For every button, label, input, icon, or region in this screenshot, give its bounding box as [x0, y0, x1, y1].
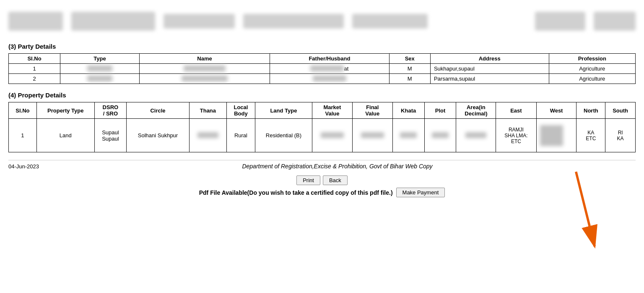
- prop-row1-area: [456, 119, 496, 152]
- blur-block-6: [535, 12, 585, 31]
- ph-west: West: [536, 102, 576, 119]
- property-section-title: (4) Property Details: [8, 92, 636, 99]
- prop-row1-type: Land: [36, 119, 94, 152]
- prop-row1-south: RIKA: [605, 119, 636, 152]
- prop-row1-circle: Solhani Sukhpur: [127, 119, 190, 152]
- ph-land-type: Land Type: [255, 102, 312, 119]
- top-blur-section: [8, 4, 636, 38]
- prop-row1-west: [536, 119, 576, 152]
- row2-slno: 2: [9, 74, 60, 84]
- party-details-section: (3) Party Details Sl.No Type Name Father…: [8, 43, 636, 84]
- property-details-section: (4) Property Details Sl.No Property Type…: [8, 92, 636, 152]
- print-button[interactable]: Print: [296, 175, 320, 185]
- back-button[interactable]: Back: [323, 175, 348, 185]
- table-row: 2 M Parsarma,supaul Agriculture: [9, 74, 636, 84]
- header-sex: Sex: [389, 54, 430, 64]
- ph-market-value: MarketValue: [312, 102, 353, 119]
- row1-slno: 1: [9, 64, 60, 74]
- row1-name-blur: [184, 65, 226, 71]
- prop-row1-north: KAETC: [576, 119, 605, 152]
- party-table-header-row: Sl.No Type Name Father/Husband Sex Addre…: [9, 54, 636, 64]
- buttons-row: Print Back: [8, 175, 636, 185]
- row1-sex: M: [389, 64, 430, 74]
- ph-property-type: Property Type: [36, 102, 94, 119]
- header-father: Father/Husband: [270, 54, 389, 64]
- header-address: Address: [430, 54, 549, 64]
- blur-block-5: [352, 14, 428, 29]
- row1-name: [139, 64, 270, 74]
- prop-row1-khata: [392, 119, 424, 152]
- prop-row1-dsro: Supaul Supaul: [94, 119, 127, 152]
- footer-date: 04-Jun-2023: [8, 163, 39, 170]
- table-row: 1 Land Supaul Supaul Solhani Sukhpur Rur…: [9, 119, 636, 152]
- west-blur: [540, 125, 563, 146]
- prop-row1-final-value: [352, 119, 392, 152]
- row1-profession: Agriculture: [549, 64, 635, 74]
- pdf-message: Pdf File Available(Do you wish to take a…: [199, 189, 393, 196]
- ph-khata: Khata: [392, 102, 424, 119]
- party-section-title: (3) Party Details: [8, 43, 636, 50]
- final-value-blur: [361, 132, 384, 138]
- prop-row1-thana: [189, 119, 226, 152]
- row2-father-blur: [313, 76, 346, 81]
- header-type: Type: [60, 54, 140, 64]
- khata-blur: [400, 132, 417, 138]
- row2-address: Parsarma,supaul: [430, 74, 549, 84]
- market-value-blur: [321, 132, 344, 138]
- blur-block-1: [8, 12, 63, 31]
- ph-area: Area(inDecimal): [456, 102, 496, 119]
- header-slno: Sl.No: [9, 54, 60, 64]
- row2-father: [270, 74, 389, 84]
- header-profession: Profession: [549, 54, 635, 64]
- ph-plot: Plot: [424, 102, 456, 119]
- ph-north: North: [576, 102, 605, 119]
- row2-name-blur: [182, 76, 228, 81]
- row1-father-suffix: at: [344, 65, 348, 72]
- prop-row1-slno: 1: [9, 119, 37, 152]
- prop-row1-local-body: Rural: [227, 119, 255, 152]
- prop-row1-plot: [424, 119, 456, 152]
- row1-father: at: [270, 64, 389, 74]
- table-row: 1 at M Sukhapur,supaul Agriculture: [9, 64, 636, 74]
- party-table: Sl.No Type Name Father/Husband Sex Addre…: [8, 53, 636, 84]
- make-payment-button[interactable]: Make Payment: [396, 188, 445, 197]
- ph-thana: Thana: [189, 102, 226, 119]
- blur-block-7: [594, 12, 636, 31]
- row1-type-blur: [87, 65, 112, 71]
- property-table-header-row: Sl.No Property Type DSRO/ SRO Circle Tha…: [9, 102, 636, 119]
- row2-profession: Agriculture: [549, 74, 635, 84]
- pdf-row: Pdf File Available(Do you wish to take a…: [8, 188, 636, 197]
- blur-block-4: [243, 14, 344, 29]
- row2-name: [139, 74, 270, 84]
- blur-block-3: [164, 14, 235, 29]
- row2-type: [60, 74, 140, 84]
- footer-bar: 04-Jun-2023 Department of Registration,E…: [8, 160, 636, 172]
- ph-dsro: DSRO/ SRO: [94, 102, 127, 119]
- ph-slno: Sl.No: [9, 102, 37, 119]
- ph-east: East: [496, 102, 536, 119]
- row1-type: [60, 64, 140, 74]
- prop-row1-market-value: [312, 119, 353, 152]
- ph-south: South: [605, 102, 636, 119]
- blur-block-2: [71, 12, 155, 31]
- ph-local-body: LocalBody: [227, 102, 255, 119]
- row2-type-blur: [87, 76, 112, 81]
- thana-blur: [197, 132, 218, 138]
- prop-row1-land-type: Residential (B): [255, 119, 312, 152]
- prop-row1-east: RAMJISHA LMA:ETC: [496, 119, 536, 152]
- plot-blur: [432, 132, 449, 138]
- ph-circle: Circle: [127, 102, 190, 119]
- property-table: Sl.No Property Type DSRO/ SRO Circle Tha…: [8, 102, 636, 152]
- header-name: Name: [139, 54, 270, 64]
- row2-sex: M: [389, 74, 430, 84]
- footer-department: Department of Registration,Excise & Proh…: [39, 163, 636, 170]
- row1-address: Sukhapur,supaul: [430, 64, 549, 74]
- row1-father-blur: [310, 65, 344, 71]
- ph-final-value: FinalValue: [352, 102, 392, 119]
- area-blur: [465, 132, 486, 138]
